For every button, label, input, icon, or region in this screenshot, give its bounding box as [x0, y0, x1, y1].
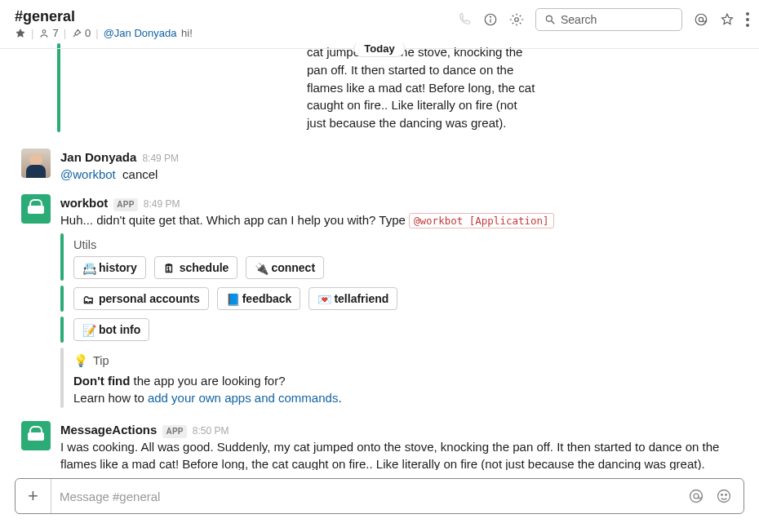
app-badge: APP [162, 425, 186, 438]
composer-area: + Message #general [0, 470, 759, 532]
attachment-utils: Utils 📇history 🗓schedule 🔌connect [60, 233, 744, 281]
botinfo-icon: 📝 [82, 324, 94, 335]
history-icon: 📇 [82, 262, 94, 273]
tellafriend-icon: 💌 [317, 293, 329, 304]
timestamp: 8:49 PM [144, 197, 180, 211]
members-count[interactable]: 7 [38, 27, 58, 39]
connect-icon: 🔌 [255, 262, 266, 273]
attachment-row-2: 🗂personal accounts 📘feedback 💌tellafrien… [60, 286, 744, 312]
accounts-icon: 🗂 [82, 293, 94, 304]
feedback-button[interactable]: 📘feedback [217, 287, 301, 310]
channel-topic[interactable]: @Jan Donyada hi! [104, 27, 193, 39]
search-input[interactable]: Search [535, 8, 682, 31]
svg-line-6 [552, 21, 555, 24]
message-jan: Jan Donyada 8:49 PM @workbot cancel [0, 144, 759, 183]
truncated-previous-message: cat jumped onto the stove, knocking the … [57, 43, 759, 132]
attach-button[interactable]: + [16, 479, 51, 513]
info-icon[interactable] [483, 12, 498, 27]
feedback-icon: 📘 [226, 293, 237, 304]
svg-point-5 [546, 16, 552, 21]
message-input[interactable]: + Message #general [15, 478, 744, 514]
more-menu-icon[interactable] [746, 12, 749, 27]
svg-point-8 [699, 17, 703, 21]
tellafriend-button[interactable]: 💌tellafriend [308, 287, 397, 310]
tip-line-2: Learn how to add your own apps and comma… [73, 389, 342, 406]
message-text: Huh... didn't quite get that. Which app … [60, 211, 744, 228]
mentions-icon[interactable] [694, 12, 708, 27]
svg-point-11 [718, 490, 730, 503]
tip-line-1: Don't find the app you are looking for? [73, 372, 342, 389]
timestamp: 8:50 PM [193, 424, 229, 438]
gear-icon[interactable] [509, 12, 524, 27]
message-messageactions: MessageActions APP 8:50 PM I was cooking… [0, 416, 759, 470]
date-divider[interactable]: Today [353, 43, 405, 57]
sender-name[interactable]: Jan Donyada [60, 149, 136, 166]
star-header-icon[interactable] [720, 12, 735, 27]
svg-point-0 [43, 29, 47, 33]
search-icon [544, 14, 556, 25]
phone-icon[interactable] [457, 12, 472, 27]
star-icon[interactable] [15, 28, 26, 39]
attachment-title: Utils [73, 237, 324, 253]
mention-icon[interactable] [688, 488, 704, 504]
schedule-button[interactable]: 🗓schedule [154, 256, 238, 279]
message-text: @workbot cancel [60, 166, 744, 183]
channel-subline: | 7 | 0 | @Jan Donyada hi! [15, 27, 193, 39]
svg-point-4 [515, 18, 519, 22]
pins-count[interactable]: 0 [71, 27, 91, 39]
avatar[interactable] [21, 194, 51, 224]
message-text: I was cooking. All was good. Suddenly, m… [60, 438, 730, 470]
search-placeholder: Search [561, 13, 597, 26]
channel-name[interactable]: #general [15, 8, 193, 25]
attachment-tip: 💡Tip Don't find the app you are looking … [60, 348, 744, 408]
emoji-icon[interactable] [716, 488, 732, 504]
message-workbot: workbot APP 8:49 PM Huh... didn't quite … [0, 189, 759, 410]
svg-point-9 [690, 490, 703, 503]
svg-point-10 [694, 494, 699, 499]
composer-placeholder: Message #general [51, 490, 688, 503]
schedule-icon: 🗓 [163, 262, 175, 273]
sender-name[interactable]: MessageActions [60, 421, 157, 438]
history-button[interactable]: 📇history [73, 256, 146, 279]
avatar[interactable] [21, 149, 51, 178]
attachment-row-3: 📝bot info [60, 317, 744, 343]
sender-name[interactable]: workbot [60, 194, 108, 211]
app-badge: APP [113, 198, 137, 211]
bot-info-button[interactable]: 📝bot info [73, 318, 149, 341]
svg-point-3 [490, 16, 491, 17]
svg-point-12 [721, 494, 723, 496]
timestamp: 8:49 PM [142, 152, 179, 166]
svg-point-7 [695, 14, 707, 25]
connect-button[interactable]: 🔌connect [246, 256, 324, 279]
bulb-icon: 💡 [73, 352, 88, 369]
svg-point-13 [726, 494, 727, 496]
inline-code: @workbot [Application] [409, 213, 554, 228]
add-apps-link[interactable]: add your own apps and commands [148, 391, 338, 405]
channel-header: #general | 7 | 0 | @Jan Donyada hi! [0, 0, 759, 43]
avatar[interactable] [21, 421, 51, 450]
personal-accounts-button[interactable]: 🗂personal accounts [73, 287, 209, 310]
